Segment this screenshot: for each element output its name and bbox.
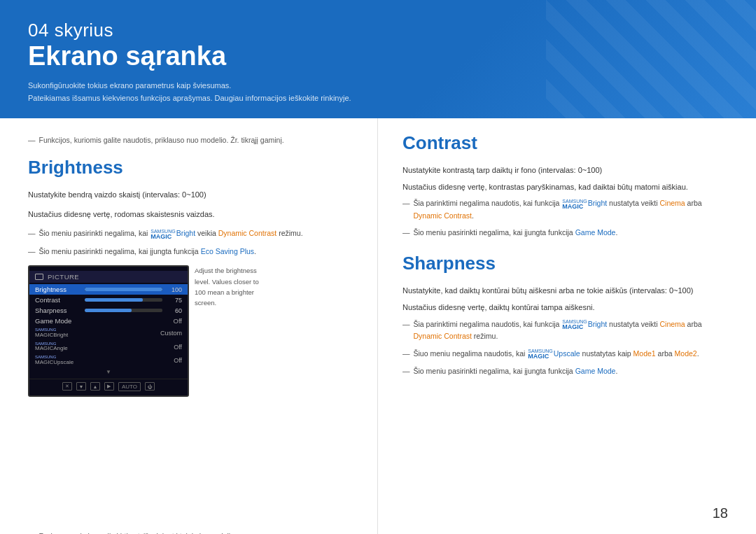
sharpness-desc2: Nustačius didesnę vertę, daiktų kontūrai…	[402, 301, 728, 314]
sharpness-bullet3: Šio meniu pasirinkti negalima, kai įjung…	[402, 365, 728, 377]
ctrl-auto: AUTO	[118, 382, 141, 391]
monitor-icon	[35, 274, 43, 280]
ctrl-x: ✕	[62, 382, 72, 391]
ctrl-power: ⏻	[145, 382, 155, 391]
contrast-title: Contrast	[402, 132, 728, 154]
sharpness-bar	[85, 309, 162, 312]
sharpness-desc1: Nustatykite, kad daiktų kontūrai būtų ai…	[402, 284, 728, 297]
contrast-bar	[85, 298, 162, 302]
page-header: 04 skyrius Ekrano sąranka Sukonfigūruoki…	[0, 0, 756, 118]
brightness-title: Brightness	[28, 157, 356, 178]
monitor-row-contrast: Contrast 75	[29, 295, 188, 305]
brightness-bullet2: Šio meniu pasirinkti negalima, kai įjung…	[28, 246, 356, 258]
brightness-desc2: Nustačius didesnę vertę, rodomas skaiste…	[28, 208, 356, 220]
contrast-desc2: Nustačius didesnę vertę, kontrastas pary…	[402, 181, 728, 193]
monitor-screen: PICTURE Brightness 100 Contrast 75	[28, 265, 189, 396]
main-content: Funkcijos, kuriomis galite naudotis, pri…	[0, 118, 756, 534]
left-column: Funkcijos, kuriomis galite naudotis, pri…	[0, 118, 378, 534]
monitor-row-magicupscale: SAMSUNG MAGICUpscale Off	[29, 353, 188, 367]
magic-bright-inline: SAMSUNGMAGIC	[150, 229, 175, 240]
monitor-mockup: PICTURE Brightness 100 Contrast 75	[28, 265, 356, 396]
header-desc-1: Sukonfigūruokite tokius ekrano parametru…	[28, 80, 728, 92]
brightness-desc1: Nustatykite bendrą vaizdo skaistį (inter…	[28, 188, 356, 201]
sharpness-section: Sharpness Nustatykite, kad daiktų kontūr…	[402, 253, 728, 377]
page-number: 18	[713, 505, 728, 521]
sharpness-bullet1: Šia parinktimi negalima naudotis, kai fu…	[402, 318, 728, 342]
sharpness-bullet2: Šiuo meniu negalima naudotis, kai SAMSUN…	[402, 348, 728, 360]
header-desc-2: Pateikiamas išsamus kiekvienos funkcijos…	[28, 92, 728, 105]
monitor-controls: ✕ ▼ ▲ ▶ AUTO ⏻	[29, 379, 188, 391]
contrast-desc1: Nustatykite kontrastą tarp daiktų ir fon…	[402, 164, 728, 176]
contrast-section: Contrast Nustatykite kontrastą tarp daik…	[402, 132, 728, 239]
ctrl-right: ▶	[104, 382, 114, 391]
monitor-header: PICTURE	[29, 271, 188, 283]
monitor-row-magicbright: SAMSUNG MAGICBright Custom	[29, 326, 188, 339]
contrast-bullet2: Šio meniu pasirinkti negalima, kai įjung…	[402, 227, 728, 239]
brightness-bullet1: Šio meniu pasirinkti negalima, kai SAMSU…	[28, 227, 356, 239]
monitor-row-sharpness: Sharpness 60	[29, 305, 188, 316]
brightness-bar	[85, 288, 162, 291]
page-title: Ekrano sąranka	[28, 41, 728, 71]
right-column: Contrast Nustatykite kontrastą tarp daik…	[378, 118, 756, 534]
monitor-row-brightness: Brightness 100	[29, 284, 188, 295]
ctrl-up: ▲	[90, 382, 100, 391]
monitor-row-magicangle: SAMSUNG MAGICAngle Off	[29, 340, 188, 353]
ctrl-down: ▼	[76, 382, 86, 391]
sharpness-title: Sharpness	[402, 253, 728, 274]
scroll-indicator: ▼	[29, 367, 188, 377]
top-note: Funkcijos, kuriomis galite naudotis, pri…	[28, 132, 356, 144]
monitor-caption: Adjust the brightness level. Values clos…	[195, 265, 272, 308]
monitor-row-gamemode: Game Mode Off	[29, 316, 188, 326]
header-desc: Sukonfigūruokite tokius ekrano parametru…	[28, 80, 728, 104]
chapter-label: 04 skyrius	[28, 20, 728, 41]
contrast-bullet1: Šia parinktimi negalima naudotis, kai fu…	[402, 197, 728, 221]
